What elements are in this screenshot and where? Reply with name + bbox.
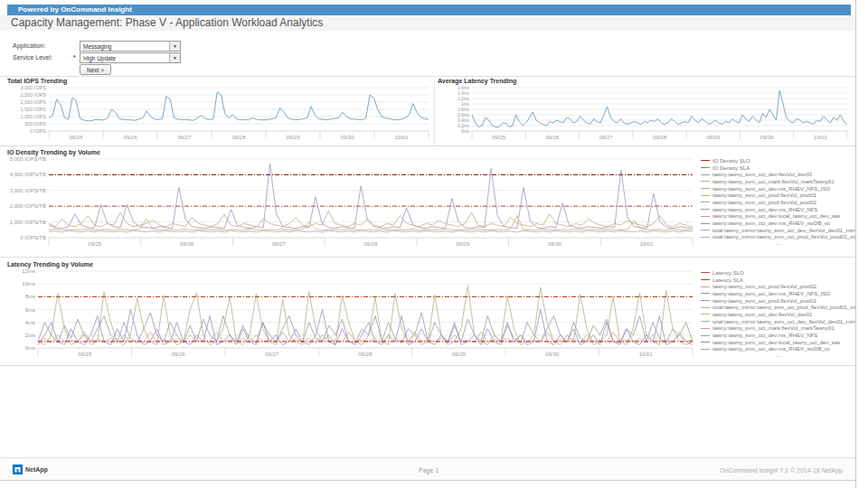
legend-item: total:tawny_mirror:tawny_svm_oci_dev_fle… xyxy=(701,227,856,234)
svg-text:4,000 IOPS/TB: 4,000 IOPS/TB xyxy=(10,172,46,177)
svg-text:09/27: 09/27 xyxy=(265,352,279,357)
legend-label: tawny:tawny_svm_oci_prod:flexVol_prod02 xyxy=(712,200,816,205)
legend-swatch xyxy=(701,202,710,202)
svg-text:09/30: 09/30 xyxy=(340,135,354,140)
legend-swatch xyxy=(701,349,710,350)
svg-text:09/26: 09/26 xyxy=(172,352,186,357)
svg-text:10/01: 10/01 xyxy=(394,135,409,140)
legend-swatch xyxy=(701,230,710,230)
io-density-chart: 5,000 IOPS/TB4,000 IOPS/TB3,000 IOPS/TB2… xyxy=(7,156,696,253)
svg-text:09/25: 09/25 xyxy=(78,352,92,357)
legend-item: tawny:tawny_svm_oci_dev:local_tawny_oci_… xyxy=(701,213,856,221)
divider xyxy=(0,76,855,77)
legend-label: tawny:tawny_svm_oci_prod:flexVol_prod02 xyxy=(712,284,816,289)
legend-label: tawny:tawny_svm_oci_dev:ms_RHEV_isoDB_vo xyxy=(712,346,830,352)
legend-swatch xyxy=(701,188,710,189)
svg-text:2,500 IOPS: 2,500 IOPS xyxy=(21,92,47,98)
legend-swatch xyxy=(701,286,710,287)
legend-swatch xyxy=(701,328,710,329)
svg-text:09/28: 09/28 xyxy=(653,135,667,140)
legend-swatch xyxy=(701,223,710,224)
legend-item: tawny:tawny_svm_oci_dev:flexVol_dev01 xyxy=(701,311,856,318)
legend-swatch xyxy=(701,181,710,182)
legend-label: Latency SLO xyxy=(712,270,744,276)
svg-text:09/25: 09/25 xyxy=(492,135,506,140)
legend-item: Latency SLA xyxy=(701,277,856,284)
report-page: Powered by OnCommand Insight Capacity Ma… xyxy=(0,0,856,488)
svg-text:1.2ms: 1.2ms xyxy=(458,97,470,101)
avg-latency-chart: 1.6ms1.4ms1.2ms1ms0.8ms0.6ms0.4ms0.2ms0m… xyxy=(438,85,851,146)
svg-text:8ms: 8ms xyxy=(25,294,35,299)
legend-item: tawny:tawny_svm_oci_prod:flexVol_prod01 xyxy=(701,297,856,305)
divider xyxy=(0,365,855,366)
chevron-down-icon: ▼ xyxy=(169,42,180,51)
iops-chart-title: Total IOPS Trending xyxy=(7,78,67,84)
legend-item: total:tawny_mirror:tawny_svm_oci_dev_fle… xyxy=(701,318,856,325)
legend-label: tawny:tawny_svm_oci_dev:local_tawny_oci_… xyxy=(712,340,840,345)
legend-label: tawny:tawny_svm_oci_prod:flexVol_prod01 xyxy=(712,192,816,198)
svg-text:09/28: 09/28 xyxy=(231,135,246,140)
powered-by-bar: Powered by OnCommand Insight xyxy=(7,5,851,15)
legend-swatch xyxy=(701,314,710,314)
legend-item: tawny:tawny_svm_oci_prod:flexVol_prod01 xyxy=(701,192,856,199)
svg-text:0ms: 0ms xyxy=(25,345,35,351)
required-asterisk: * xyxy=(73,54,76,61)
avg-latency-chart-title: Average Latency Trending xyxy=(438,78,516,84)
svg-text:0 IOPS: 0 IOPS xyxy=(30,128,46,134)
legend-swatch xyxy=(701,335,710,336)
legend-label: tawny:tawny_svm_oci_prod:flexVol_prod01 xyxy=(712,298,816,304)
page-number: Page 1 xyxy=(419,467,439,474)
legend-item: tawny:tawny_svm_oci_dev:ms_RHEV_NFS xyxy=(701,206,856,213)
legend-swatch xyxy=(701,293,710,294)
svg-text:09/25: 09/25 xyxy=(88,241,102,247)
netapp-logo-icon xyxy=(13,465,23,474)
svg-text:10/01: 10/01 xyxy=(639,352,654,357)
chevron-down-icon: ▼ xyxy=(169,53,180,62)
svg-text:0.6ms: 0.6ms xyxy=(458,113,470,117)
svg-text:1,000 IOPS: 1,000 IOPS xyxy=(21,114,47,119)
legend-item: tawny:tawny_svm_oci_dev:ms_RHEV_isoDB_vo xyxy=(701,220,856,227)
svg-text:09/28: 09/28 xyxy=(363,241,378,247)
svg-text:1,000 IOPS/TB: 1,000 IOPS/TB xyxy=(10,220,46,225)
svg-text:09/27: 09/27 xyxy=(177,135,192,140)
legend-label: total:tawny_mirror:tawny_svm_oci_dev_fle… xyxy=(712,319,856,324)
svg-text:500 IOPS: 500 IOPS xyxy=(24,121,46,127)
legend-label: tawny:tawny_svm_oci_dev:ms_RHEV_NFS_ISO xyxy=(712,186,830,192)
io-density-chart-title: IO Density Trending by Volume xyxy=(7,149,100,155)
legend-swatch xyxy=(701,216,710,217)
application-select[interactable]: Messaging ▼ xyxy=(80,41,181,52)
legend-label: tawny:tawny_svm_oci_dev:flexVol_dev01 xyxy=(712,172,812,177)
legend-item: tawny:tawny_svm_oci_mark:flexVol_markTaw… xyxy=(701,325,856,333)
legend-item: tawny:tawny_svm_oci_dev:ms_RHEV_NFS_ISO xyxy=(701,290,856,297)
legend-item: IO Density SLA xyxy=(701,164,856,172)
next-button[interactable]: Next > xyxy=(80,64,111,75)
legend-more-indicator: ... xyxy=(701,352,856,358)
application-select-value: Messaging xyxy=(83,43,111,50)
legend-item: tawny:tawny_svm_oci_dev:ms_RHEV_NFS_ISO xyxy=(701,185,856,192)
divider xyxy=(434,77,435,145)
netapp-brand: NetApp xyxy=(13,465,48,474)
svg-text:09/26: 09/26 xyxy=(180,241,194,247)
svg-text:09/26: 09/26 xyxy=(123,135,137,140)
legend-item: IO Density SLO xyxy=(701,157,856,164)
service-level-select[interactable]: High Update ▼ xyxy=(80,52,181,63)
legend-swatch xyxy=(701,300,710,301)
legend-item: total:tawny_mirror:tawny_svm_oci_prod_fl… xyxy=(701,304,856,311)
latency-volume-chart: 12ms10ms8ms6ms4ms2ms0ms09/2509/2609/2709… xyxy=(7,268,696,363)
legend-more-indicator: ... xyxy=(701,240,856,246)
iops-chart: 3,000 IOPS2,500 IOPS2,000 IOPS1,500 IOPS… xyxy=(7,85,432,146)
legend-label: tawny:tawny_svm_oci_dev:ms_RHEV_NFS xyxy=(712,333,817,338)
legend-label: tawny:tawny_svm_oci_mark:flexVol_markTaw… xyxy=(712,179,835,184)
svg-text:3,000 IOPS/TB: 3,000 IOPS/TB xyxy=(10,188,46,193)
legend-item: Latency SLO xyxy=(701,269,856,277)
svg-text:09/27: 09/27 xyxy=(599,135,614,140)
svg-text:09/29: 09/29 xyxy=(456,241,470,247)
legend-label: Latency SLA xyxy=(712,277,743,283)
legend-label: tawny:tawny_svm_oci_dev:ms_RHEV_NFS_ISO xyxy=(712,291,830,296)
divider xyxy=(0,257,855,258)
svg-text:0 IOPS/TB: 0 IOPS/TB xyxy=(20,235,46,240)
legend-label: tawny:tawny_svm_oci_dev:flexVol_dev01 xyxy=(712,312,812,317)
svg-text:0ms: 0ms xyxy=(461,129,470,134)
svg-text:09/26: 09/26 xyxy=(545,135,560,140)
svg-text:5,000 IOPS/TB: 5,000 IOPS/TB xyxy=(10,156,46,162)
